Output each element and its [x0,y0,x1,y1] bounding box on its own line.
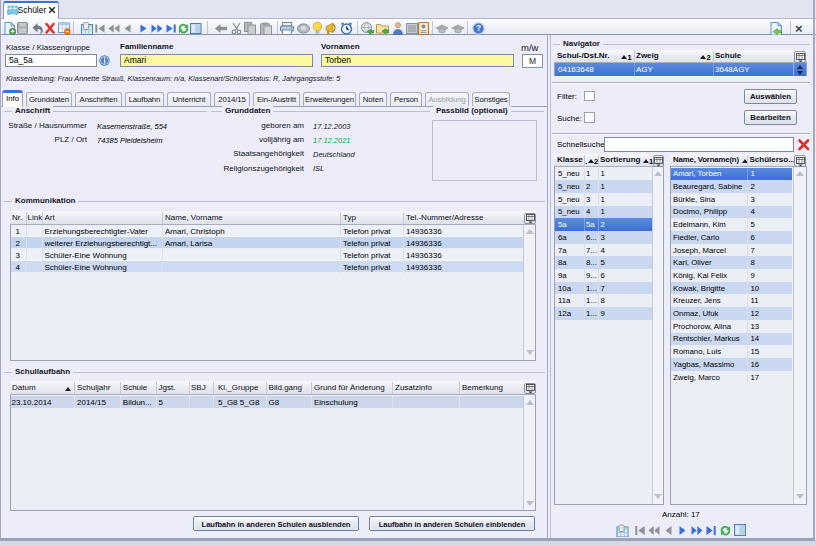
svg-text:?: ? [475,23,480,33]
